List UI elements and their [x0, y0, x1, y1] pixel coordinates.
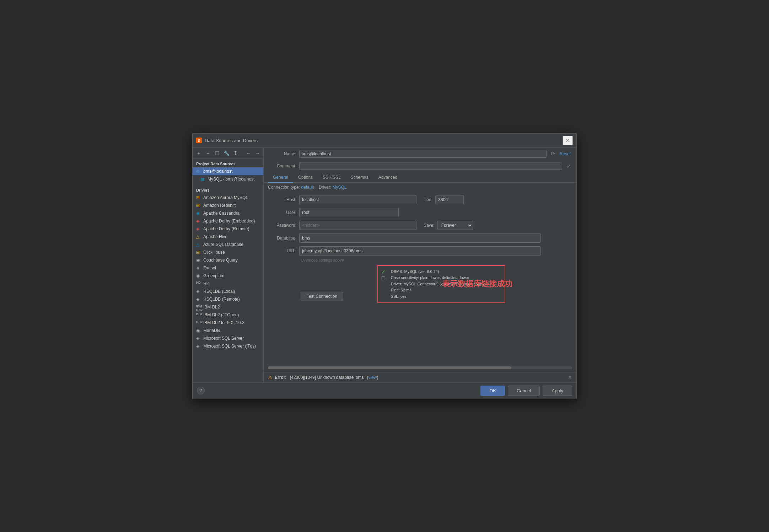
- add-button[interactable]: +: [195, 149, 203, 157]
- datasource-mysql-label: MySQL - bms@localhost: [208, 177, 254, 182]
- driver-mariadb[interactable]: ◉ MariaDB: [193, 327, 263, 334]
- user-input[interactable]: [299, 208, 399, 217]
- expand-icon[interactable]: ⤢: [565, 162, 572, 170]
- tab-ssh-ssl[interactable]: SSH/SSL: [318, 173, 346, 183]
- database-label: Database:: [268, 236, 296, 241]
- driver-azure-sql[interactable]: △ Azure SQL Database: [193, 241, 263, 248]
- error-close-icon[interactable]: ✕: [568, 375, 572, 380]
- host-row: Host: Port:: [268, 193, 572, 206]
- tab-advanced[interactable]: Advanced: [373, 173, 402, 183]
- tabs-bar: General Options SSH/SSL Schemas Advanced: [264, 173, 576, 183]
- driver-label: Azure SQL Database: [203, 242, 243, 247]
- driver-ibm-db2[interactable]: IBM DB2 IBM Db2: [193, 303, 263, 311]
- password-label: Password:: [268, 223, 296, 228]
- url-input[interactable]: [299, 246, 541, 256]
- mysql-icon: ▤: [200, 177, 205, 182]
- tab-general[interactable]: General: [268, 173, 293, 183]
- left-panel: + − ❐ 🔧 ↧ ← → Project Data Sources ⊕ bms…: [193, 148, 264, 382]
- driver-value[interactable]: MySQL: [332, 185, 346, 190]
- clickhouse-icon: ⊞: [196, 250, 201, 255]
- copy-button[interactable]: ❐: [213, 149, 221, 157]
- database-row: Database:: [268, 232, 572, 244]
- host-input[interactable]: [299, 195, 416, 204]
- close-button[interactable]: ✕: [563, 136, 573, 145]
- driver-ibm-db2-9x[interactable]: DB2 IBM Db2 for 9.X, 10.X: [193, 319, 263, 327]
- app-icon: D: [196, 138, 202, 143]
- comment-input[interactable]: [299, 162, 562, 170]
- driver-ibm-db2-jtopen[interactable]: DB2 IBM Db2 (JTOpen): [193, 311, 263, 319]
- name-label: Name:: [268, 151, 296, 156]
- scrollbar-area: [264, 366, 576, 369]
- amazon-aurora-icon: ⊞: [196, 195, 201, 200]
- driver-apache-hive[interactable]: △ Apache Hive: [193, 233, 263, 241]
- error-bar: ⚠ Error: [42000][1049] Unknown database …: [264, 372, 576, 382]
- driver-amazon-redshift[interactable]: ⊟ Amazon Redshift: [193, 201, 263, 209]
- cancel-button[interactable]: Cancel: [508, 386, 540, 396]
- export-button[interactable]: ↧: [232, 149, 240, 157]
- help-button[interactable]: ?: [197, 387, 205, 394]
- driver-hsqldb-local[interactable]: ◈ HSQLDB (Local): [193, 288, 263, 295]
- title-bar: D Data Sources and Drivers ✕: [193, 134, 576, 148]
- amazon-redshift-icon: ⊟: [196, 203, 201, 208]
- success-line5: SSL: yes: [391, 294, 501, 300]
- driver-couchbase[interactable]: ◉ Couchbase Query: [193, 256, 263, 264]
- database-input[interactable]: [299, 233, 541, 243]
- connection-type-value[interactable]: default: [301, 185, 314, 190]
- scrollbar-track[interactable]: [268, 366, 572, 369]
- name-input[interactable]: [299, 150, 547, 158]
- ibm-db2-9x-icon: DB2: [196, 320, 201, 325]
- name-row: Name: ⟳ Reset: [264, 148, 576, 160]
- driver-mssql-jtds[interactable]: ◈ Microsoft SQL Server (jTds): [193, 342, 263, 350]
- driver-h2[interactable]: H2 H2: [193, 280, 263, 288]
- driver-clickhouse[interactable]: ⊞ ClickHouse: [193, 248, 263, 256]
- forward-button[interactable]: →: [253, 149, 261, 157]
- driver-label: Microsoft SQL Server: [203, 336, 244, 341]
- driver-amazon-aurora[interactable]: ⊞ Amazon Aurora MySQL: [193, 194, 263, 201]
- driver-label: Apache Derby (Embedded): [203, 219, 255, 224]
- dialog-body: + − ❐ 🔧 ↧ ← → Project Data Sources ⊕ bms…: [193, 148, 576, 382]
- copy-icon[interactable]: ❐: [381, 276, 386, 281]
- azure-icon: △: [196, 242, 201, 247]
- form-area: Host: Port: User: Password: Save: For: [264, 192, 576, 364]
- driver-label: Amazon Aurora MySQL: [203, 195, 248, 200]
- scrollbar-thumb[interactable]: [268, 366, 511, 369]
- reset-button[interactable]: Reset: [558, 151, 572, 156]
- datasource-item-bms[interactable]: ⊕ bms@localhost: [193, 167, 263, 175]
- h2-icon: H2: [196, 281, 201, 286]
- main-dialog: D Data Sources and Drivers ✕ + − ❐ 🔧 ↧ ←…: [192, 133, 577, 399]
- save-select[interactable]: Forever Until restart Never: [437, 221, 473, 230]
- driver-greenplum[interactable]: ◉ Greenplum: [193, 272, 263, 280]
- apply-button[interactable]: Apply: [543, 386, 572, 396]
- warning-icon: ⚠: [268, 375, 273, 380]
- project-sources-header: Project Data Sources: [193, 159, 263, 167]
- datasource-item-mysql[interactable]: ▤ MySQL - bms@localhost: [193, 175, 263, 183]
- error-view-link[interactable]: view: [368, 375, 377, 380]
- ok-button[interactable]: OK: [480, 386, 505, 396]
- derby-remote-icon: ◈: [196, 226, 201, 231]
- comment-label: Comment:: [268, 163, 296, 168]
- remove-button[interactable]: −: [204, 149, 212, 157]
- connection-type-label: Connection type:: [268, 185, 300, 190]
- back-button[interactable]: ←: [245, 149, 253, 157]
- settings-button[interactable]: 🔧: [222, 149, 230, 157]
- password-input[interactable]: [299, 221, 416, 230]
- tab-options[interactable]: Options: [293, 173, 318, 183]
- ibm-db2-jtopen-icon: DB2: [196, 312, 201, 317]
- nav-arrows: ← →: [245, 149, 261, 157]
- driver-label: Amazon Redshift: [203, 203, 236, 208]
- tab-schemas[interactable]: Schemas: [346, 173, 373, 183]
- test-connection-button[interactable]: Test Connection: [301, 292, 343, 301]
- driver-apache-derby-remote[interactable]: ◈ Apache Derby (Remote): [193, 225, 263, 233]
- drivers-section: Drivers ⊞ Amazon Aurora MySQL ⊟ Amazon R…: [193, 183, 263, 350]
- drivers-header: Drivers: [193, 185, 263, 194]
- driver-mssql[interactable]: ◈ Microsoft SQL Server: [193, 334, 263, 342]
- driver-hsqldb-remote[interactable]: ◈ HSQLDB (Remote): [193, 295, 263, 303]
- driver-label: HSQLDB (Remote): [203, 297, 240, 302]
- hive-icon: △: [196, 234, 201, 239]
- driver-apache-derby-embedded[interactable]: ◈ Apache Derby (Embedded): [193, 217, 263, 225]
- port-input[interactable]: [435, 195, 464, 204]
- driver-exasol[interactable]: ✕ Exasol: [193, 264, 263, 272]
- driver-label: IBM Db2: [203, 305, 220, 310]
- password-row: Password: Save: Forever Until restart Ne…: [268, 219, 572, 232]
- driver-apache-cassandra[interactable]: ◉ Apache Cassandra: [193, 209, 263, 217]
